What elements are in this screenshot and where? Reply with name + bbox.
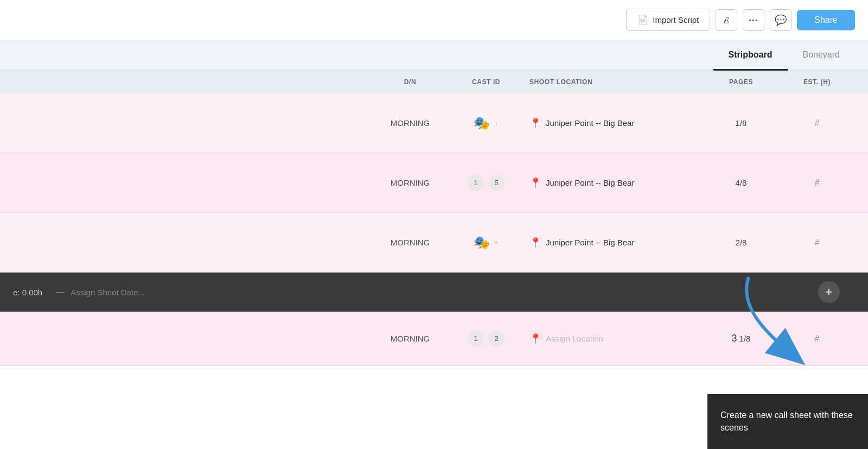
cast-id-cell: 🎭 + [443,235,529,250]
pin-icon: 📍 [529,177,541,189]
bottom-bar: e: 0.00h — Assign Shoot Date... + [0,273,868,312]
cast-badge: 1 [468,175,484,191]
cast-id-cell: 1 2 [443,331,529,347]
assign-shoot-date[interactable]: Assign Shoot Date... [71,288,145,297]
est-cell: # [779,118,855,128]
table-row: MORNING 🎭 + 📍 Juniper Point -- Big Bear … [0,213,868,273]
tab-boneyard[interactable]: Boneyard [788,40,856,69]
pin-icon: 📍 [529,117,541,129]
est-cell: # [779,334,855,344]
toolbar: 📄 Import Script 🖨 ••• 💬 Share [0,0,868,40]
theater-icon: 🎭 [474,116,490,131]
theater-icon: 🎭 [474,235,490,250]
dash: — [55,287,64,297]
col-header-dn: D/N [378,78,443,86]
cast-id-cell: 🎭 + [443,116,529,131]
import-script-button[interactable]: 📄 Import Script [626,9,710,31]
location-cell: 📍 Juniper Point -- Big Bear [529,237,703,249]
theater-plus-icon: + [494,239,498,246]
cast-badge: 2 [488,331,505,347]
pages-cell: 1/8 [703,118,779,128]
pages-cell: 2/8 [703,238,779,248]
total-time: e: 0.00h [13,288,42,297]
print-icon: 🖨 [723,16,730,24]
col-header-cast: CAST ID [443,78,529,86]
cast-id-cell: 1 5 [443,175,529,191]
pages-cell: 4/8 [703,178,779,188]
tab-navigation: Stripboard Boneyard [0,40,868,71]
pages-cell: 3 1/8 [703,333,779,344]
table-row: MORNING 1 5 📍 Juniper Point -- Big Bear … [0,153,868,213]
share-label: Share [814,15,838,24]
table-header: D/N CAST ID SHOOT LOCATION PAGES EST. (H… [0,71,868,93]
location-cell: 📍 Juniper Point -- Big Bear [529,177,703,189]
table-row: MORNING 1 2 📍 Assign Location 3 1/8 # [0,312,868,366]
cast-badge: 5 [488,175,505,191]
est-cell: # [779,238,855,248]
table-row: MORNING 🎭 + 📍 Juniper Point -- Big Bear … [0,93,868,153]
col-header-scene [13,78,378,86]
dn-cell: MORNING [378,334,443,344]
share-button[interactable]: Share [797,10,855,30]
col-header-est: EST. (H) [779,78,855,86]
est-cell: # [779,178,855,188]
location-cell: 📍 Assign Location [529,333,703,345]
chat-button[interactable]: 💬 [770,9,792,31]
theater-plus-icon: + [494,119,498,127]
file-icon: 📄 [637,15,648,25]
tooltip-box: Create a new call sheet with these scene… [707,394,868,449]
import-script-label: Import Script [653,15,699,24]
tab-stripboard[interactable]: Stripboard [713,40,788,69]
dn-cell: MORNING [378,118,443,128]
more-button[interactable]: ••• [743,9,764,31]
dn-cell: MORNING [378,178,443,188]
plus-icon: + [826,285,833,299]
cast-badge: 1 [468,331,484,347]
pin-icon: 📍 [529,237,541,249]
tooltip-text: Create a new call sheet with these scene… [720,410,853,432]
more-icon: ••• [749,17,759,23]
col-header-location: SHOOT LOCATION [529,78,703,86]
col-header-pages: PAGES [703,78,779,86]
add-callsheet-button[interactable]: + [818,281,840,303]
chat-icon: 💬 [775,14,787,26]
print-button[interactable]: 🖨 [716,9,737,31]
pin-icon: 📍 [529,333,541,345]
location-cell: 📍 Juniper Point -- Big Bear [529,117,703,129]
dn-cell: MORNING [378,238,443,248]
